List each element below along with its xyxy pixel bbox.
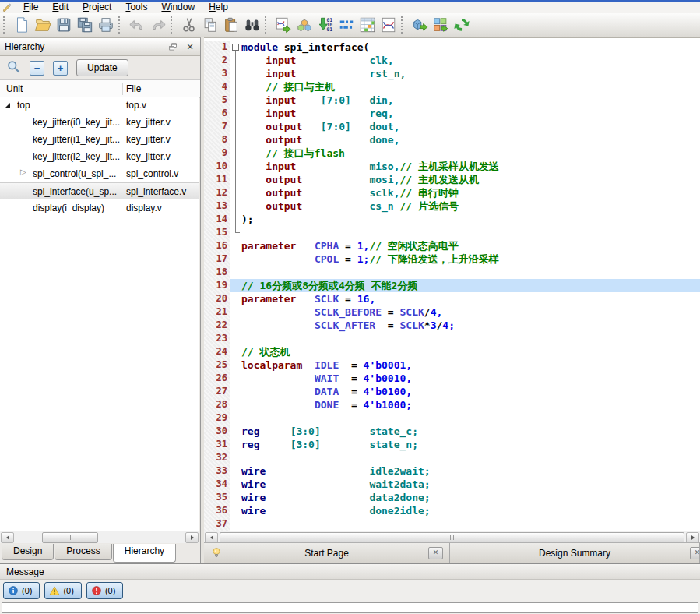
code-text[interactable]: CPOL = 1;// 下降沿发送，上升沿采样 [230, 252, 700, 266]
code-text[interactable]: // 接口与flash [230, 146, 700, 160]
code-text[interactable]: WAIT = 4'b0010, [230, 372, 700, 385]
code-text[interactable]: // 状态机 [230, 345, 700, 358]
close-tab-icon[interactable]: ✕ [428, 547, 443, 559]
save-button[interactable] [53, 15, 74, 35]
code-text[interactable]: reg [3:0] state_n; [230, 438, 700, 451]
menu-help[interactable]: Help [202, 2, 235, 13]
search-icon[interactable] [6, 59, 21, 76]
design-summary-table-button[interactable] [357, 15, 378, 35]
code-text[interactable] [230, 226, 700, 239]
cut-button[interactable] [178, 15, 199, 35]
code-text[interactable]: input [7:0] din, [230, 94, 700, 107]
constraints-dashes-button[interactable] [336, 15, 357, 35]
menu-tools[interactable]: Tools [118, 2, 154, 13]
column-header-file[interactable]: File [126, 83, 141, 94]
close-panel-icon[interactable]: ✕ [185, 41, 195, 52]
tree-row-key_jitter-i0_key_jit[interactable]: key_jitter(i0_key_jit...key_jitter.v [0, 114, 199, 131]
tree-row-top[interactable]: toptop.v [0, 97, 199, 114]
code-text[interactable]: module spi_interface( [230, 41, 700, 54]
code-text[interactable]: wire data2done; [230, 491, 700, 504]
menu-project[interactable]: Project [76, 2, 118, 13]
editor-tab-start-page[interactable]: Start Page✕ [204, 543, 450, 563]
undo-button[interactable] [126, 15, 147, 35]
scroll-right-icon[interactable] [686, 532, 699, 543]
scrollbar-thumb[interactable] [220, 532, 684, 543]
tree-row-key_jitter-i1_key_jit[interactable]: key_jitter(i1_key_jit...key_jitter.v [0, 131, 199, 148]
paste-button[interactable] [220, 15, 241, 35]
code-text[interactable]: SCLK_BEFORE = SCLK/4, [230, 305, 700, 319]
print-button[interactable] [95, 15, 116, 35]
fold-marker-icon[interactable]: − [232, 44, 239, 51]
code-text[interactable]: output cs_n // 片选信号 [230, 199, 700, 213]
tree-row-key_jitter-i2_key_jit[interactable]: key_jitter(i2_key_jit...key_jitter.v [0, 148, 199, 165]
column-divider[interactable] [122, 83, 123, 95]
scroll-left-icon[interactable] [205, 532, 218, 543]
code-text[interactable]: DONE = 4'b1000; [230, 398, 700, 411]
code-text[interactable]: output sclk,// 串行时钟 [230, 186, 700, 199]
menu-edit[interactable]: Edit [45, 2, 76, 13]
code-text[interactable]: wire done2idle; [230, 504, 700, 517]
code-text[interactable]: reg [3:0] state_c; [230, 425, 700, 438]
error-count-button[interactable]: (0) [86, 582, 123, 599]
expanded-arrow-icon[interactable] [5, 103, 10, 108]
collapsed-arrow-icon[interactable]: ▷ [20, 168, 26, 176]
code-text[interactable] [230, 266, 700, 279]
code-text[interactable]: localparam IDLE = 4'b0001, [230, 358, 700, 372]
tab-process[interactable]: Process [55, 544, 111, 560]
code-text[interactable]: input clk, [230, 54, 700, 67]
code-area[interactable]: − 1module spi_interface(2 input clk,3 in… [204, 38, 700, 532]
code-text[interactable]: output done, [230, 133, 700, 146]
open-folder-button[interactable] [32, 15, 53, 35]
message-list[interactable] [2, 602, 698, 613]
scrollbar-thumb[interactable] [42, 532, 98, 543]
menu-file[interactable]: File [16, 2, 45, 13]
code-text[interactable] [230, 451, 700, 464]
collapse-all-button[interactable]: − [30, 61, 44, 76]
code-text[interactable]: input req, [230, 107, 700, 120]
tree-row-spi_control-u_spi_[interactable]: ▷spi_control(u_spi_...spi_control.v [0, 165, 199, 182]
editor-tab-design-summary[interactable]: Design Summary✕ [450, 543, 700, 563]
code-text[interactable]: ); [230, 213, 700, 226]
tab-design[interactable]: Design [2, 544, 54, 560]
timing-chart-button[interactable] [378, 15, 399, 35]
info-count-button[interactable]: (0) [3, 582, 40, 599]
code-text[interactable]: wire idle2wait; [230, 464, 700, 478]
new-file-button[interactable] [11, 15, 32, 35]
refresh-button[interactable] [451, 15, 472, 35]
code-text[interactable]: output mosi,// 主机发送从机 [230, 173, 700, 186]
editor-horizontal-scrollbar[interactable] [204, 531, 700, 543]
code-text[interactable]: parameter SCLK = 16, [230, 292, 700, 305]
code-text[interactable] [230, 332, 700, 345]
tab-hierarchy[interactable]: Hierarchy [113, 544, 176, 563]
code-text[interactable]: parameter CPHA = 1,// 空闲状态高电平 [230, 239, 700, 252]
update-button[interactable]: Update [76, 59, 128, 76]
implement-binary-button[interactable]: 011001 [315, 15, 336, 35]
code-text-current-line[interactable]: // 16分频或8分频或4分频 不能2分频 [230, 279, 700, 292]
redo-button[interactable] [147, 15, 168, 35]
code-text[interactable]: wire wait2data; [230, 478, 700, 491]
floorplan-squares-button[interactable] [430, 15, 451, 35]
code-text[interactable]: // 接口与主机 [230, 80, 700, 94]
tree-row-spi_interface-u_sp[interactable]: spi_interface(u_sp...spi_interface.v [0, 182, 199, 199]
float-panel-icon[interactable] [167, 41, 178, 52]
code-text[interactable] [230, 517, 700, 531]
expand-all-button[interactable]: + [53, 61, 68, 76]
code-text[interactable]: SCLK_AFTER = SCLK*3/4; [230, 319, 700, 332]
menu-window[interactable]: Window [154, 2, 202, 13]
package-cube-button[interactable] [409, 15, 430, 35]
find-button[interactable] [241, 15, 262, 35]
close-tab-icon[interactable]: ✕ [690, 547, 700, 559]
warning-count-button[interactable]: (0) [44, 582, 81, 599]
scroll-right-icon[interactable] [185, 532, 199, 543]
save-all-button[interactable] [74, 15, 95, 35]
code-text[interactable] [230, 411, 700, 425]
hierarchy-horizontal-scrollbar[interactable] [0, 531, 199, 543]
code-text[interactable]: input rst_n, [230, 67, 700, 80]
copy-button[interactable] [199, 15, 220, 35]
code-text[interactable]: DATA = 4'b0100, [230, 385, 700, 398]
code-text[interactable]: output [7:0] dout, [230, 120, 700, 133]
tree-row-display-i_display[interactable]: display(i_display)display.v [0, 199, 199, 217]
synthesize-cubes-button[interactable] [294, 15, 315, 35]
scroll-left-icon[interactable] [1, 532, 14, 543]
code-text[interactable]: input miso,// 主机采样从机发送 [230, 160, 700, 173]
